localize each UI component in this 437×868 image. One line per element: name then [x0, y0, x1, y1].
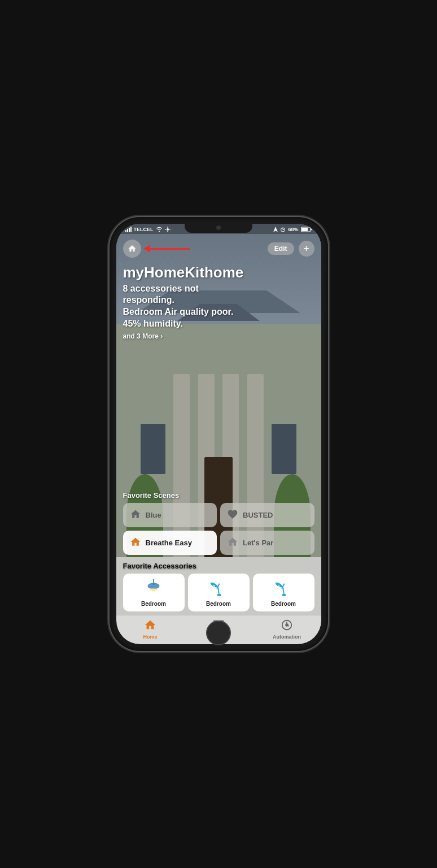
accessory-name-1: Bedroom — [141, 601, 166, 607]
physical-home-button[interactable] — [206, 620, 231, 645]
signal-bars — [125, 227, 132, 232]
status-line3: Bedroom Air quality poor. — [123, 307, 234, 316]
battery-level: 68% — [288, 227, 298, 232]
svg-point-20 — [213, 585, 215, 587]
more-link[interactable]: and 3 More › — [123, 332, 314, 340]
accessories-label: Favorite Accessories — [123, 562, 314, 570]
tab-home[interactable]: Home — [116, 619, 185, 640]
red-arrow — [143, 245, 190, 253]
scenes-grid: Blue BUSTED — [123, 503, 314, 555]
desk-lamp-icon-3 — [273, 578, 294, 598]
accessory-card-bedroom-3[interactable]: Bedroom — [253, 574, 314, 611]
svg-point-15 — [152, 583, 155, 585]
status-line4: 45% humidity. — [123, 319, 183, 328]
scene-name-lets-par: Let's Par — [243, 539, 273, 547]
status-line1: 8 accessories not — [123, 284, 199, 293]
svg-rect-21 — [282, 594, 286, 596]
add-button[interactable]: + — [299, 241, 314, 257]
svg-point-31 — [286, 624, 288, 626]
scene-name-blue: Blue — [146, 511, 161, 519]
header-right: Edit + — [268, 241, 314, 257]
scene-card-breathe-easy[interactable]: Breathe Easy — [123, 531, 217, 555]
edit-button[interactable]: Edit — [268, 242, 294, 255]
status-line2: responding. — [123, 295, 175, 305]
home-tab-icon — [144, 619, 156, 633]
svg-point-25 — [278, 585, 280, 587]
ceiling-lamp-icon — [143, 578, 164, 598]
scene-icon-house-par — [227, 536, 238, 549]
svg-rect-16 — [217, 594, 221, 596]
scene-name-breathe-easy: Breathe Easy — [146, 539, 192, 547]
svg-rect-10 — [311, 229, 312, 231]
accessories-grid: Bedroom — [123, 574, 314, 611]
automation-tab-icon — [281, 619, 293, 633]
status-right: 68% — [273, 227, 312, 232]
accessory-name-2: Bedroom — [206, 601, 231, 607]
home-button-icon — [128, 244, 137, 253]
scene-icon-house — [130, 509, 141, 522]
desk-lamp-icon-2 — [208, 578, 229, 598]
scene-icon-heart — [227, 509, 238, 522]
accessory-card-bedroom-1[interactable]: Bedroom — [123, 574, 185, 611]
tab-automation[interactable]: Automation — [253, 619, 321, 640]
scenes-section: Favorite Scenes Blue — [123, 491, 314, 557]
status-left: TELCEL — [125, 227, 171, 232]
accessory-card-bedroom-2[interactable]: Bedroom — [188, 574, 250, 611]
accessories-section: Favorite Accessories — [116, 557, 321, 615]
location-icon — [273, 227, 278, 232]
accessory-name-3: Bedroom — [271, 601, 296, 607]
hero-status: 8 accessories not responding. Bedroom Ai… — [123, 283, 314, 330]
home-icon-button[interactable] — [123, 240, 141, 258]
home-title: myHomeKithome — [123, 264, 314, 281]
scene-card-lets-par[interactable]: Let's Par — [220, 531, 314, 555]
automation-tab-label: Automation — [273, 634, 301, 640]
scene-name-busted: BUSTED — [243, 511, 273, 519]
svg-rect-9 — [301, 228, 308, 231]
scene-card-blue[interactable]: Blue — [123, 503, 217, 527]
header-bar: Edit + — [123, 236, 314, 262]
wifi-icon — [156, 227, 163, 232]
scene-card-busted[interactable]: BUSTED — [220, 503, 314, 527]
svg-point-14 — [150, 588, 158, 591]
settings-icon — [165, 227, 171, 232]
alarm-icon — [280, 227, 286, 232]
battery-icon — [301, 227, 312, 232]
hero-section: Edit + myHomeKithome 8 accessories not r… — [116, 224, 321, 557]
scene-icon-orange-house — [130, 536, 141, 549]
home-tab-label: Home — [143, 634, 157, 640]
svg-point-0 — [167, 228, 169, 231]
scenes-label: Favorite Scenes — [123, 491, 314, 500]
carrier-label: TELCEL — [134, 227, 154, 232]
